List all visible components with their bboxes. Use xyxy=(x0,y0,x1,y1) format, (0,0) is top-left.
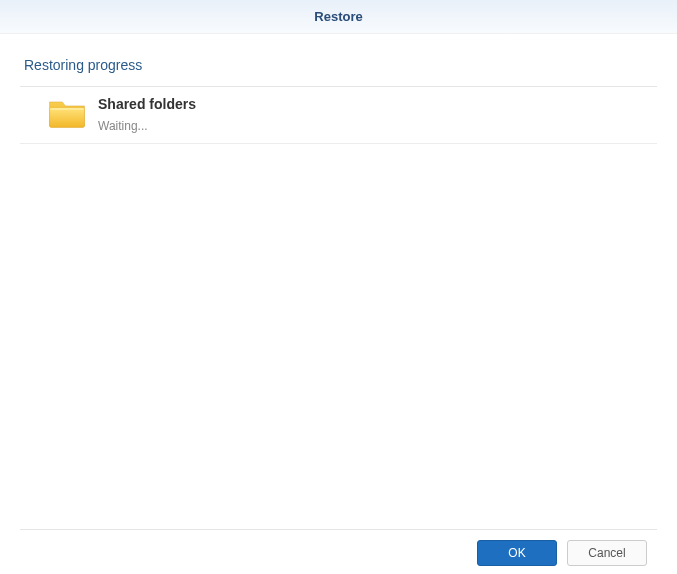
window-title: Restore xyxy=(314,9,362,24)
footer: OK Cancel xyxy=(0,519,677,566)
button-row: OK Cancel xyxy=(20,540,657,566)
section-header-text: Restoring progress xyxy=(24,57,142,73)
item-status: Waiting... xyxy=(98,119,196,133)
svg-rect-0 xyxy=(50,107,85,127)
ok-button[interactable]: OK xyxy=(477,540,557,566)
title-bar: Restore xyxy=(0,0,677,34)
folder-icon xyxy=(48,97,86,129)
section-header: Restoring progress xyxy=(0,34,677,86)
item-label: Shared folders xyxy=(98,95,196,115)
footer-divider xyxy=(20,529,657,530)
cancel-button[interactable]: Cancel xyxy=(567,540,647,566)
list-item: Shared folders Waiting... xyxy=(20,87,657,144)
row-text: Shared folders Waiting... xyxy=(98,95,196,133)
svg-rect-1 xyxy=(50,108,83,110)
